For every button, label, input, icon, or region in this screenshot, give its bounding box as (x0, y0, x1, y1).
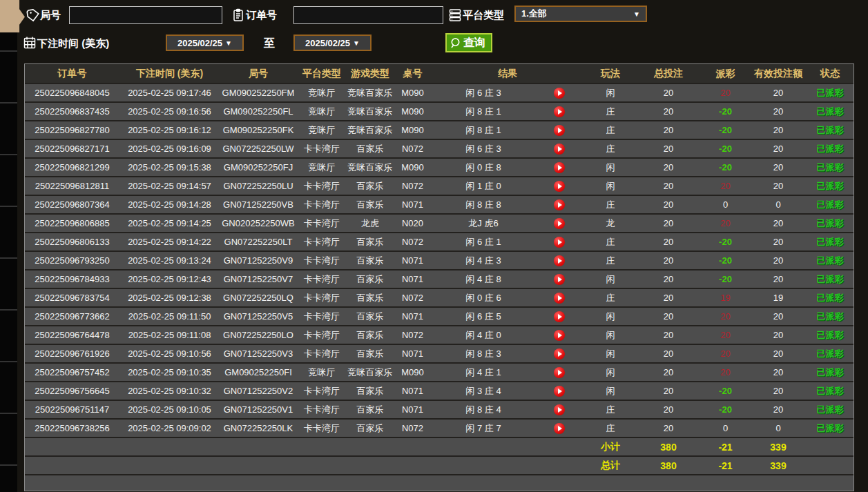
replay-play-icon[interactable] (554, 348, 565, 360)
table-number-cell: N071 (394, 274, 432, 284)
date-from-value: 2025/02/25 (177, 38, 222, 48)
total-bet-cell: 20 (637, 125, 700, 135)
table-number-cell: N071 (394, 199, 432, 210)
order-number-cell: 250225096806885 (25, 218, 119, 228)
replay-play-icon[interactable] (554, 404, 565, 415)
column-header: 有效投注额 (751, 68, 805, 80)
table-row: 2502250968277802025-02-25 09:16:12GM0902… (25, 120, 853, 139)
platform-cell: 卡卡湾厅 (297, 404, 347, 416)
bet-records-panel: 局号 订单号 平台类型 1.全部 ▼ 下注时间 (美东) 2025/02 (17, 0, 868, 492)
date-to-value: 2025/02/25 (305, 38, 350, 48)
column-header: 下注时间 (美东) (119, 68, 220, 80)
result-cell: 闲 8 庄 4 (432, 404, 535, 416)
table-number-cell: M090 (394, 162, 432, 173)
table-row: 2502250968073642025-02-25 09:14:28GN0712… (25, 195, 853, 213)
replay-play-icon[interactable] (554, 106, 565, 117)
order-input[interactable] (293, 6, 443, 24)
replay-play-icon[interactable] (554, 162, 565, 173)
round-number-cell: GN072252250LQ (220, 293, 297, 303)
order-filter-label: 订单号 (246, 6, 277, 24)
round-number-cell: GM090252250FI (220, 367, 297, 377)
replay-play-icon[interactable] (554, 125, 565, 136)
order-number-cell: 250225096738256 (25, 423, 119, 433)
play-type-cell: 闲 (584, 348, 637, 360)
play-type-cell: 庄 (584, 255, 637, 267)
table-row: 2502250967619262025-02-25 09:10:56GN0712… (25, 344, 853, 362)
result-cell: 闲 6 庄 1 (432, 236, 535, 248)
valid-bet-cell: 20 (751, 106, 805, 117)
replay-play-icon[interactable] (554, 330, 565, 341)
replay-play-icon[interactable] (554, 255, 565, 266)
date-from-select[interactable]: 2025/02/25 ▼ (166, 35, 244, 51)
table-number-cell: M090 (394, 367, 432, 377)
query-button[interactable]: 查询 (445, 33, 492, 52)
column-header: 游戏类型 (347, 68, 394, 80)
replay-play-icon[interactable] (554, 386, 565, 397)
platform-cell: 竞咪厅 (297, 106, 347, 118)
grand-total-row: 总计380-21339 (25, 455, 853, 474)
total-bet-cell: 20 (637, 218, 700, 228)
replay-cell (535, 237, 584, 248)
total-bet-cell: 20 (637, 348, 700, 359)
column-header: 订单号 (25, 68, 119, 80)
bet-time-cell: 2025-02-25 09:11:08 (119, 330, 220, 340)
valid-bet-cell: 20 (751, 255, 805, 266)
play-type-cell: 庄 (584, 143, 637, 155)
replay-play-icon[interactable] (554, 199, 565, 210)
replay-play-icon[interactable] (554, 218, 565, 229)
status-cell: 已派彩 (805, 161, 855, 174)
order-number-cell: 250225096757452 (25, 367, 119, 377)
valid-bet-cell: 20 (751, 330, 805, 340)
replay-play-icon[interactable] (554, 88, 565, 99)
payout-cell: 20 (700, 348, 751, 359)
status-cell: 已派彩 (805, 311, 855, 323)
table-number-cell: M090 (394, 125, 432, 135)
empty-tail-row (25, 474, 853, 491)
valid-bet-cell: 20 (751, 125, 805, 135)
platform-filter-label: 平台类型 (463, 6, 504, 24)
payout-cell: 20 (700, 311, 751, 322)
game-type-cell: 百家乐 (347, 255, 394, 267)
game-type-cell: 百家乐 (347, 348, 394, 360)
payout-cell: -20 (700, 386, 751, 396)
replay-play-icon[interactable] (554, 181, 565, 192)
replay-cell (535, 404, 584, 415)
query-button-label: 查询 (463, 36, 485, 50)
replay-play-icon[interactable] (554, 274, 565, 285)
total-bet-cell: 20 (637, 181, 700, 191)
round-input[interactable] (69, 6, 222, 24)
date-to-select[interactable]: 2025/02/25 ▼ (293, 35, 372, 51)
result-cell: 闲 0 庄 8 (432, 161, 535, 174)
payout-cell: -20 (700, 237, 751, 247)
replay-play-icon[interactable] (554, 311, 565, 322)
replay-play-icon[interactable] (554, 144, 565, 155)
table-number-cell: N072 (394, 181, 432, 191)
total-bet-cell: 20 (637, 293, 700, 303)
valid-bet-cell: 20 (751, 144, 805, 154)
bet-time-cell: 2025-02-25 09:14:22 (119, 237, 220, 247)
total-bet-cell: 20 (637, 88, 700, 98)
platform-select[interactable]: 1.全部 ▼ (514, 6, 647, 22)
valid-bet-cell: 19 (751, 293, 805, 303)
replay-cell (535, 293, 584, 304)
status-cell: 已派彩 (805, 255, 855, 267)
bet-time-cell: 2025-02-25 09:12:38 (119, 293, 220, 303)
result-cell: 闲 4 庄 0 (432, 329, 535, 342)
replay-play-icon[interactable] (554, 367, 565, 378)
status-cell: 已派彩 (805, 124, 855, 137)
status-cell: 已派彩 (805, 329, 855, 342)
platform-cell: 卡卡湾厅 (297, 180, 347, 193)
replay-play-icon[interactable] (554, 293, 565, 304)
replay-cell (535, 330, 584, 341)
game-type-cell: 百家乐 (347, 385, 394, 397)
replay-play-icon[interactable] (554, 237, 565, 248)
replay-play-icon[interactable] (554, 423, 565, 434)
play-type-cell: 庄 (584, 422, 637, 435)
result-cell: 闲 8 庄 1 (432, 106, 535, 118)
game-type-cell: 竞咪百家乐 (347, 366, 394, 379)
column-header: 派彩 (700, 68, 751, 80)
table-number-cell: N072 (394, 237, 432, 247)
game-type-cell: 竞咪百家乐 (347, 87, 394, 99)
status-cell: 已派彩 (805, 292, 855, 304)
round-number-cell: GM090252250FK (220, 125, 297, 135)
